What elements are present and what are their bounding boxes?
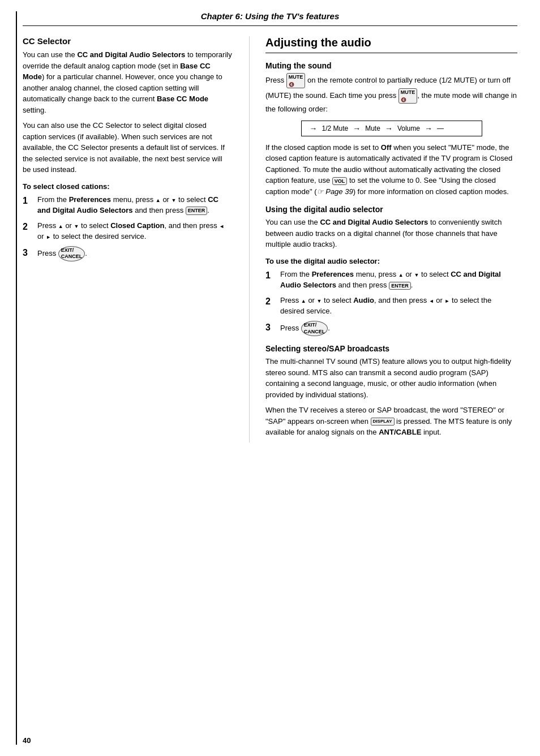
cc-step-1: 1 From the Preferences menu, press or to… (23, 194, 232, 216)
cc-step-3: 3 Press EXIT/CANCEL. (23, 246, 232, 261)
enter-button-icon: ENTER (186, 207, 208, 215)
stereo-sap-para2: When the TV receives a stereo or SAP bro… (265, 405, 517, 438)
arrow-left-icon (219, 221, 224, 230)
cc-selector-steps: 1 From the Preferences menu, press or to… (23, 194, 232, 261)
digital-audio-selector-para1: You can use the CC and Digital Audio Sel… (265, 217, 517, 250)
mute-button-icon2: MUTE🔇 (398, 88, 418, 104)
cc-selector-para2: You can also use the CC Selector to sele… (23, 120, 232, 175)
arrow-up-icon (398, 270, 404, 278)
mute-button-icon: MUTE🔇 (286, 73, 306, 88)
arrow-up-icon (301, 296, 306, 304)
muting-sound-para1: Press MUTE🔇 on the remote control to par… (265, 73, 517, 115)
adjusting-audio-title: Adjusting the audio (265, 36, 517, 53)
arrow-down-icon (317, 296, 322, 304)
stereo-sap-para1: The multi-channel TV sound (MTS) feature… (265, 356, 517, 400)
to-select-label: To select closed cations: (23, 182, 232, 191)
flow-start-arrow: → (310, 124, 318, 133)
da-step-2: 2 Press or to select Audio, and then pre… (265, 295, 517, 317)
vol-button-icon: VOL (332, 177, 348, 186)
arrow-right-icon (46, 232, 51, 240)
flow-arrow2: → (385, 124, 393, 133)
arrow-down-icon (74, 221, 79, 230)
exit-cancel-button-icon: EXIT/CANCEL (58, 246, 85, 261)
exit-cancel-button-icon2: EXIT/CANCEL (301, 321, 328, 336)
digital-audio-selector-title: Using the digital audio selector (265, 205, 517, 214)
flow-half-mute: 1/2 Mute (322, 124, 349, 132)
arrow-up-icon (156, 195, 161, 204)
flow-arrow1: → (353, 124, 361, 133)
chapter-title: Chapter 6: Using the TV's features (23, 11, 517, 26)
stereo-sap-title: Selecting stereo/SAP broadcasts (265, 344, 517, 353)
muting-sound-title: Muting the sound (265, 61, 517, 70)
mute-flow-diagram: → 1/2 Mute → Mute → Volume → — (301, 121, 482, 136)
flow-volume: Volume (397, 124, 420, 132)
da-step-1: 1 From the Preferences menu, press or to… (265, 269, 517, 291)
cc-step-2: 2 Press or to select Closed Caption, and… (23, 220, 232, 242)
flow-mute: Mute (365, 124, 380, 132)
cc-selector-para1: You can use the CC and Digital Audio Sel… (23, 49, 232, 115)
enter-button-icon: ENTER (389, 282, 411, 290)
arrow-up-icon (58, 221, 63, 230)
arrow-down-icon (172, 195, 177, 204)
arrow-down-icon (414, 270, 419, 278)
digital-audio-steps: 1 From the Preferences menu, press or to… (265, 269, 517, 336)
muting-sound-para2: If the closed caption mode is set to Off… (265, 142, 517, 197)
flow-end-line: — (437, 124, 444, 132)
to-use-label: To use the digital audio selector: (265, 257, 517, 265)
da-step-3: 3 Press EXIT/CANCEL. (265, 321, 517, 336)
display-button-icon: DISPLAY (371, 418, 395, 426)
arrow-right-icon (445, 296, 450, 304)
page-number: 40 (23, 736, 31, 745)
flow-arrow3: → (425, 124, 432, 133)
cc-selector-title: CC Selector (23, 36, 232, 46)
arrow-left-icon (429, 296, 434, 304)
